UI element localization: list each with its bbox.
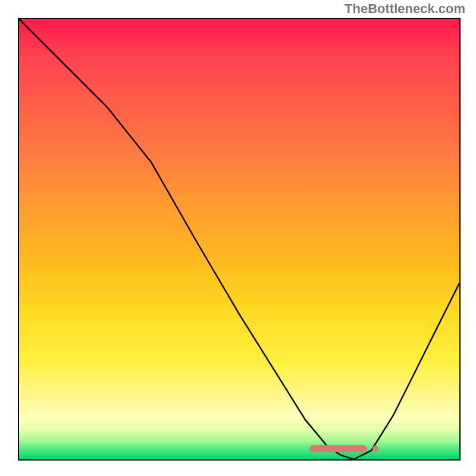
marker-band bbox=[309, 445, 367, 452]
marker-dot bbox=[372, 446, 378, 452]
watermark-text: TheBottleneck.com bbox=[345, 1, 465, 17]
curve-svg bbox=[19, 19, 459, 459]
chart-container: TheBottleneck.com bbox=[0, 0, 476, 476]
plot-area bbox=[18, 18, 461, 461]
curve-path bbox=[19, 19, 459, 459]
